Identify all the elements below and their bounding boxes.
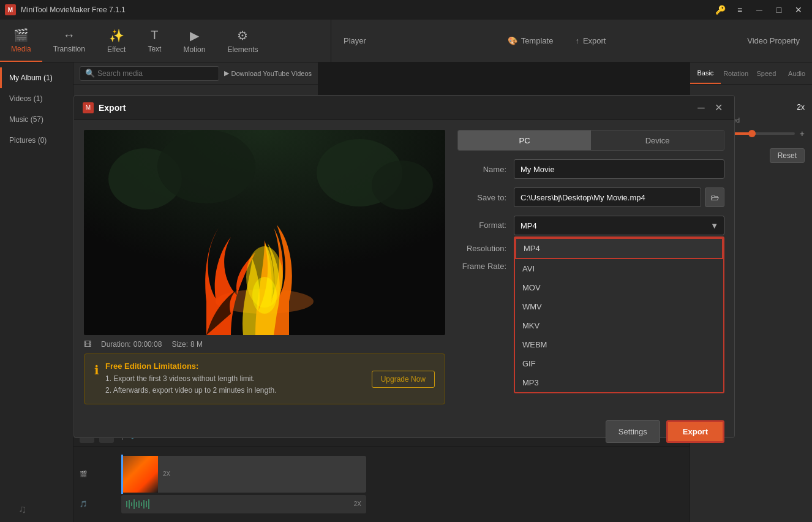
tab-rotation[interactable]: Rotation [721, 62, 751, 84]
form-row-save-to: Save to: 🗁 [457, 187, 724, 207]
svg-rect-7 [143, 500, 145, 509]
dialog-minimize-btn[interactable]: ─ [694, 100, 709, 115]
app-title: MiniTool MovieMaker Free 7.1.1 [21, 6, 126, 14]
sidebar-item-my-album[interactable]: My Album (1) [0, 67, 73, 88]
format-option-webm[interactable]: WEBM [515, 335, 723, 354]
search-box[interactable]: 🔍 [80, 66, 219, 81]
format-select[interactable]: MP4 AVI MOV WMV MKV WEBM GIF MP3 [514, 216, 724, 235]
media-toolbar: 🔍 ▶ Download YouTube Videos [73, 62, 318, 85]
size-value: 8 M [190, 340, 203, 349]
search-input[interactable] [97, 69, 214, 78]
browse-folder-btn[interactable]: 🗁 [705, 187, 724, 207]
audio-track-label: 🎵 [80, 495, 116, 513]
toolbar-label-elements: Elements [227, 45, 258, 54]
export-tab-device[interactable]: Device [591, 130, 724, 150]
dialog-icon-label: M [86, 104, 91, 111]
app-icon: M [5, 4, 16, 15]
key-btn[interactable]: 🔑 [712, 4, 729, 16]
format-option-avi[interactable]: AVI [515, 259, 723, 278]
template-export-section: 🎨 Template ↑ Export [503, 34, 611, 48]
slider-plus-icon[interactable]: + [800, 129, 805, 138]
video-property-label: Video Property [747, 36, 800, 45]
export-btn[interactable]: ↑ Export [570, 34, 611, 48]
toolbar-label-media: Media [11, 45, 31, 53]
motion-icon: ▶ [190, 28, 199, 43]
sidebar: My Album (1) Videos (1) Music (57) Pictu… [0, 62, 73, 522]
toolbar-item-transition[interactable]: ↔ Transition [42, 20, 96, 62]
warning-box: ℹ Free Edition Limitations: 1. Export th… [84, 354, 445, 404]
export-tab-pc[interactable]: PC [458, 130, 591, 150]
format-option-mp4-selected[interactable]: MP4 [515, 238, 723, 259]
settings-btn[interactable]: Settings [606, 420, 660, 443]
svg-rect-5 [138, 501, 140, 508]
dialog-right: PC Device Name: Save to: 🗁 Format: MP4 [457, 130, 724, 404]
audio-waveform: 2X [121, 495, 366, 513]
sidebar-item-music[interactable]: Music (57) [0, 109, 73, 130]
toolbar-item-motion[interactable]: ▶ Motion [172, 20, 216, 62]
tab-speed[interactable]: Speed [751, 62, 782, 84]
svg-point-14 [372, 161, 433, 210]
format-option-mkv[interactable]: MKV [515, 316, 723, 335]
fire-svg [84, 130, 445, 335]
transition-icon: ↔ [63, 28, 75, 42]
track-area: 2X [121, 456, 683, 513]
toolbar-label-text: Text [148, 45, 161, 53]
property-tabs: Basic Rotation Speed Audio [690, 62, 812, 85]
player-section: Player [344, 36, 366, 45]
youtube-icon: ▶ [224, 69, 229, 77]
save-to-input[interactable] [514, 187, 701, 207]
sidebar-label-my-album: My Album (1) [9, 74, 53, 82]
text-icon: T [151, 28, 158, 42]
toolbar-label-motion: Motion [183, 45, 205, 54]
tab-basic[interactable]: Basic [690, 62, 721, 84]
template-label: Template [521, 36, 554, 45]
sidebar-item-videos[interactable]: Videos (1) [0, 88, 73, 109]
format-option-mp3[interactable]: MP3 [515, 373, 723, 392]
svg-point-12 [157, 130, 255, 203]
export-action-btn[interactable]: Export [666, 420, 724, 443]
reset-btn[interactable]: Reset [770, 148, 805, 163]
upgrade-now-btn[interactable]: Upgrade Now [372, 371, 435, 388]
export-dialog: M Export ─ ✕ [73, 95, 735, 438]
download-label: Download YouTube Videos [231, 70, 312, 77]
toolbar-item-elements[interactable]: ⚙ Elements [216, 20, 269, 62]
name-input[interactable] [514, 159, 724, 179]
menu-btn[interactable]: ≡ [731, 4, 748, 16]
save-to-input-group: 🗁 [514, 187, 724, 207]
close-btn[interactable]: ✕ [790, 4, 807, 16]
export-tabs: PC Device [457, 130, 724, 151]
format-option-mov[interactable]: MOV [515, 278, 723, 297]
svg-rect-2 [131, 502, 132, 506]
toolbar-right: Player 🎨 Template ↑ Export Video Propert… [331, 20, 812, 62]
frame-rate-label: Frame Rate: [457, 262, 506, 271]
toolbar-item-effect[interactable]: ✨ Effect [96, 20, 137, 62]
minimize-btn[interactable]: ─ [751, 4, 768, 16]
tab-audio[interactable]: Audio [781, 62, 812, 84]
format-option-gif[interactable]: GIF [515, 354, 723, 373]
toolbar-item-text[interactable]: T Text [137, 20, 172, 62]
video-preview [84, 130, 445, 335]
video-track[interactable]: 2X [121, 456, 366, 493]
effect-icon: ✨ [109, 28, 124, 43]
toolbar-item-media[interactable]: 🎬 Media [0, 20, 42, 62]
sidebar-item-pictures[interactable]: Pictures (0) [0, 130, 73, 151]
size-label: Size: [171, 340, 188, 349]
dialog-icon: M [83, 102, 94, 113]
video-preview-image [84, 130, 445, 335]
download-youtube-btn[interactable]: ▶ Download YouTube Videos [224, 69, 312, 77]
format-label: Format: [457, 221, 506, 230]
elements-icon: ⚙ [237, 28, 248, 43]
template-btn[interactable]: 🎨 Template [503, 34, 558, 48]
toolbar-label-effect: Effect [107, 45, 126, 54]
name-label: Name: [457, 165, 506, 174]
title-bar-left: M MiniTool MovieMaker Free 7.1.1 [5, 4, 126, 15]
export-label: Export [583, 36, 606, 45]
format-select-container: MP4 AVI MOV WMV MKV WEBM GIF MP3 ▼ MP4 A… [514, 216, 724, 235]
format-option-wmv[interactable]: WMV [515, 297, 723, 316]
dialog-close-btn[interactable]: ✕ [711, 100, 726, 115]
playhead [121, 455, 123, 494]
toolbar-left: 🎬 Media ↔ Transition ✨ Effect T Text ▶ M… [0, 20, 331, 62]
track-labels: 🎬 🎵 [80, 456, 116, 513]
maximize-btn[interactable]: □ [770, 4, 788, 16]
title-bar-controls: 🔑 ≡ ─ □ ✕ [712, 4, 807, 16]
